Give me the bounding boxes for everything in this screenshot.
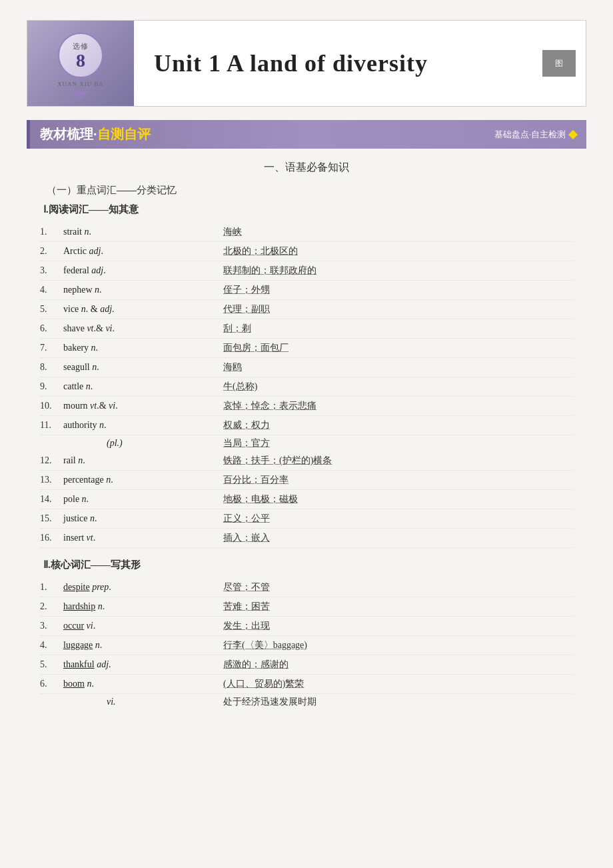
list-item: 2. Arctic adj. 北极的；北极区的 [40, 242, 573, 261]
list-item: 10. mourn vt.& vi. 哀悼；悼念；表示悲痛 [40, 397, 573, 416]
diamond-icon [568, 129, 578, 139]
list-item: 3. federal adj. 联邦制的；联邦政府的 [40, 261, 573, 281]
badge: 选修 8 [58, 33, 103, 78]
header-left-badge: 选修 8 XUAN XIU BA [27, 21, 134, 106]
list-item: 4. luggage n. 行李(〈美〉baggage) [40, 636, 573, 655]
sub-section-title: （一）重点词汇——分类记忆 [40, 184, 573, 197]
section-bar-highlight-label: 自测自评 [97, 127, 151, 141]
vocab-section-1-title: Ⅰ.阅读词汇——知其意 [40, 203, 573, 216]
header: 选修 8 XUAN XIU BA Unit 1 A land of divers… [27, 20, 586, 107]
vocab-section-2-title: Ⅱ.核心词汇——写其形 [40, 559, 573, 571]
header-icon-box: 图 [542, 50, 576, 77]
triangle-decoration [73, 91, 89, 98]
list-item: 12. rail n. 铁路；扶手；(护栏的)横条 [40, 451, 573, 471]
icon-label: 图 [555, 58, 563, 69]
list-item: 6. boom n. (人口、贸易的)繁荣 [40, 675, 573, 694]
list-item-sub: vi. 处于经济迅速发展时期 [40, 694, 573, 710]
header-title-area: Unit 1 A land of diversity [134, 36, 542, 91]
section-bar-title: 教材梳理·自测自评 [40, 125, 151, 143]
list-item: 15. justice n. 正义；公平 [40, 509, 573, 529]
main-section-title: 一、语基必备知识 [40, 161, 573, 175]
list-item: 7. bakery n. 面包房；面包厂 [40, 339, 573, 358]
list-item: 5. vice n. & adj. 代理；副职 [40, 300, 573, 319]
list-item: 13. percentage n. 百分比；百分率 [40, 471, 573, 490]
list-item: 9. cattle n. 牛(总称) [40, 377, 573, 397]
list-item: 6. shave vt.& vi. 刮；剃 [40, 319, 573, 339]
section-bar: 教材梳理·自测自评 基础盘点·自主检测 [27, 120, 586, 149]
section-bar-right: 基础盘点·自主检测 [494, 129, 576, 141]
list-item: 8. seagull n. 海鸥 [40, 358, 573, 377]
list-item: 11. authority n. 权威；权力 [40, 416, 573, 435]
list-item: 1. despite prep. 尽管；不管 [40, 578, 573, 597]
vocab-list-1: 1. strait n. 海峡 2. Arctic adj. 北极的；北极区的 … [40, 223, 573, 548]
list-item: 2. hardship n. 苦难；困苦 [40, 597, 573, 617]
list-item: 16. insert vt. 插入；嵌入 [40, 529, 573, 548]
page-title: Unit 1 A land of diversity [154, 50, 428, 77]
section-bar-main-label: 教材梳理· [40, 127, 97, 141]
list-item: 1. strait n. 海峡 [40, 223, 573, 242]
list-item: 3. occur vi. 发生；出现 [40, 617, 573, 636]
section-bar-right-text: 基础盘点·自主检测 [494, 129, 566, 141]
list-item: 4. nephew n. 侄子；外甥 [40, 281, 573, 300]
badge-number: 8 [76, 51, 85, 70]
main-content: 一、语基必备知识 （一）重点词汇——分类记忆 Ⅰ.阅读词汇——知其意 1. st… [27, 161, 586, 710]
list-item-sub: (pl.) 当局；官方 [40, 435, 573, 451]
list-item: 14. pole n. 地极；电极；磁极 [40, 490, 573, 509]
page: 选修 8 XUAN XIU BA Unit 1 A land of divers… [0, 0, 613, 868]
badge-pinyin: XUAN XIU BA [57, 81, 104, 87]
vocab-list-2: 1. despite prep. 尽管；不管 2. hardship n. 苦难… [40, 578, 573, 710]
list-item: 5. thankful adj. 感激的；感谢的 [40, 655, 573, 675]
